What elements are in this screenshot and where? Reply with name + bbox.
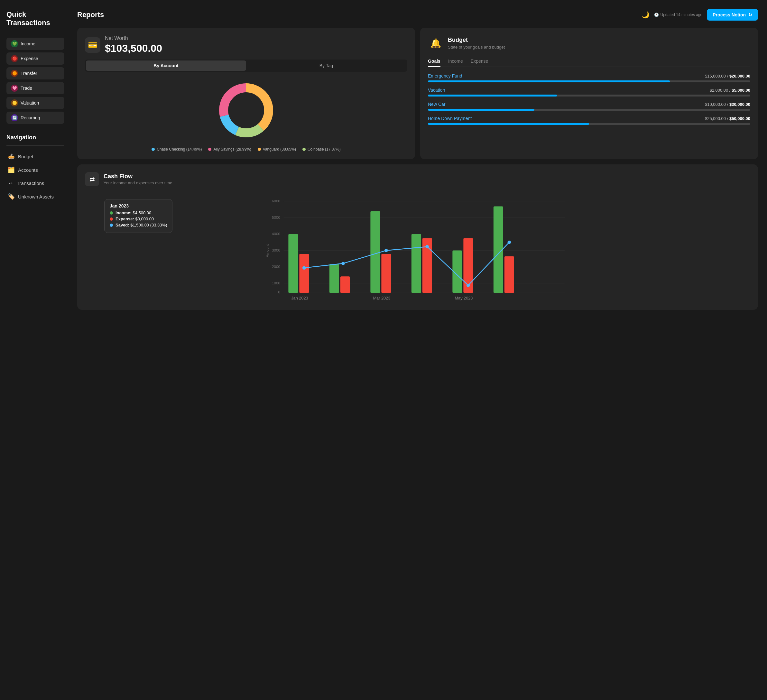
cashflow-subtitle: Your income and expenses over time	[103, 180, 172, 185]
cards-row: 💳 Net Worth $103,500.00 By Account By Ta…	[77, 28, 758, 159]
budget-header: 🔔 Budget State of your goals and budget	[428, 35, 750, 51]
goal-emergency-fund-amounts: $15,000.00 / $20,000.00	[705, 74, 750, 78]
x-label-mar: Mar 2023	[373, 296, 391, 301]
bar-feb-income	[329, 264, 339, 293]
cashflow-card: ⇄ Cash Flow Your income and expenses ove…	[77, 164, 758, 310]
x-axis-title: Months	[418, 302, 431, 302]
goal-vacation-fill	[428, 95, 557, 97]
cashflow-header: ⇄ Cash Flow Your income and expenses ove…	[85, 172, 750, 186]
goal-emergency-fund-track	[428, 80, 750, 82]
savings-dot-jun	[508, 240, 511, 244]
goal-emergency-fund-name: Emergency Fund	[428, 73, 462, 78]
budget-icon: 🥧	[8, 153, 15, 160]
svg-text:6000: 6000	[272, 199, 280, 203]
transfer-icon: 🟠	[11, 70, 18, 77]
expense-button[interactable]: 🔴 Expense	[6, 52, 64, 65]
svg-text:4000: 4000	[272, 232, 280, 236]
goal-new-car-fill	[428, 109, 535, 111]
moon-icon[interactable]: 🌙	[641, 11, 649, 19]
net-worth-label: Net Worth	[105, 35, 162, 41]
bar-mar-expense	[381, 254, 391, 293]
svg-text:1000: 1000	[272, 281, 280, 285]
bar-jun-expense	[504, 256, 514, 293]
legend-ally: Ally Savings (28.99%)	[208, 147, 251, 151]
sidebar-item-transactions[interactable]: ↔️ Transactions	[6, 177, 64, 189]
budget-bell-icon: 🔔	[428, 35, 443, 51]
svg-text:0: 0	[278, 290, 280, 294]
budget-tab-income[interactable]: Income	[448, 56, 463, 67]
goal-new-car: New Car $10,000.00 / $30,000.00	[428, 102, 750, 111]
trade-button[interactable]: 🩷 Trade	[6, 82, 64, 94]
clock-icon: 🕐	[654, 13, 659, 17]
updated-status: 🕐 Updated 14 minutes ago	[654, 13, 703, 17]
valuation-button[interactable]: 🟡 Valuation	[6, 97, 64, 109]
sidebar-item-unknown-assets[interactable]: 🏷️ Unknown Assets	[6, 191, 64, 203]
savings-dot-feb	[341, 262, 345, 266]
svg-text:Amount: Amount	[265, 244, 269, 257]
donut-legend: Chase Checking (14.49%) Ally Savings (28…	[151, 147, 341, 151]
recurring-button[interactable]: 🔄 Recurring	[6, 111, 64, 124]
savings-dot-apr	[425, 245, 429, 249]
x-label-jan: Jan 2023	[291, 296, 308, 301]
goal-new-car-track	[428, 109, 750, 111]
trade-icon: 🩷	[11, 84, 18, 92]
main-content: Reports 🌙 🕐 Updated 14 minutes ago Proce…	[71, 0, 767, 700]
tab-by-tag[interactable]: By Tag	[246, 60, 406, 71]
valuation-icon: 🟡	[11, 99, 18, 107]
budget-tab-goals[interactable]: Goals	[428, 56, 441, 67]
cashflow-title: Cash Flow	[103, 173, 172, 180]
svg-text:2000: 2000	[272, 264, 280, 269]
goal-vacation-track	[428, 95, 750, 97]
goal-home-down-payment: Home Down Payment $25,000.00 / $50,000.0…	[428, 116, 750, 125]
net-worth-value: $103,500.00	[105, 43, 162, 54]
donut-svg	[214, 78, 278, 143]
goal-home-track	[428, 123, 750, 125]
savings-dot-may	[466, 284, 470, 287]
x-label-may: May 2023	[455, 296, 473, 301]
vanguard-dot	[258, 148, 261, 151]
ally-dot	[208, 148, 212, 151]
recurring-icon: 🔄	[11, 114, 18, 121]
savings-dot-jan	[302, 266, 306, 270]
goal-home-amounts: $25,000.00 / $50,000.00	[705, 116, 750, 121]
process-notion-button[interactable]: Process Notion ↻	[707, 9, 758, 21]
savings-dot-mar	[385, 249, 388, 252]
sidebar: Quick Transactions 💚 Income 🔴 Expense 🟠 …	[0, 0, 71, 700]
tab-by-account[interactable]: By Account	[86, 60, 246, 71]
expense-icon: 🔴	[11, 55, 18, 62]
donut-chart: Chase Checking (14.49%) Ally Savings (28…	[85, 78, 407, 151]
budget-title: Budget	[448, 37, 505, 43]
cashflow-svg: 6000 5000 4000 3000 2000 1000 0 Amount	[85, 193, 750, 302]
goal-emergency-fund: Emergency Fund $15,000.00 / $20,000.00	[428, 73, 750, 82]
cashflow-icon: ⇄	[85, 172, 99, 186]
goal-vacation: Vacation $2,000.00 / $5,000.00	[428, 88, 750, 97]
svg-text:3000: 3000	[272, 248, 280, 252]
unknown-assets-icon: 🏷️	[8, 193, 15, 200]
budget-tab-expense[interactable]: Expense	[471, 56, 488, 67]
legend-coinbase: Coinbase (17.87%)	[302, 147, 341, 151]
transfer-button[interactable]: 🟠 Transfer	[6, 67, 64, 80]
income-button[interactable]: 💚 Income	[6, 38, 64, 50]
goal-emergency-fund-fill	[428, 80, 670, 82]
transactions-icon: ↔️	[8, 180, 14, 186]
bar-mar-income	[370, 211, 380, 293]
net-worth-card: 💳 Net Worth $103,500.00 By Account By Ta…	[77, 28, 415, 159]
refresh-icon: ↻	[748, 12, 752, 18]
goal-vacation-name: Vacation	[428, 88, 445, 93]
coinbase-dot	[302, 148, 306, 151]
page-title: Reports	[77, 11, 104, 19]
sidebar-item-accounts[interactable]: 🗂️ Accounts	[6, 164, 64, 176]
goal-home-name: Home Down Payment	[428, 116, 472, 121]
income-icon: 💚	[11, 40, 18, 47]
legend-chase: Chase Checking (14.49%)	[151, 147, 202, 151]
goal-new-car-amounts: $10,000.00 / $30,000.00	[705, 102, 750, 107]
chase-dot	[151, 148, 155, 151]
bar-jan-expense	[299, 254, 309, 293]
budget-subtitle: State of your goals and budget	[448, 45, 505, 49]
net-worth-icon: 💳	[85, 37, 100, 53]
quick-transactions-title: Quick Transactions	[6, 10, 64, 27]
goal-home-fill	[428, 123, 589, 125]
sidebar-item-budget[interactable]: 🥧 Budget	[6, 150, 64, 162]
header: Reports 🌙 🕐 Updated 14 minutes ago Proce…	[77, 9, 758, 21]
budget-tabs: Goals Income Expense	[428, 56, 750, 67]
